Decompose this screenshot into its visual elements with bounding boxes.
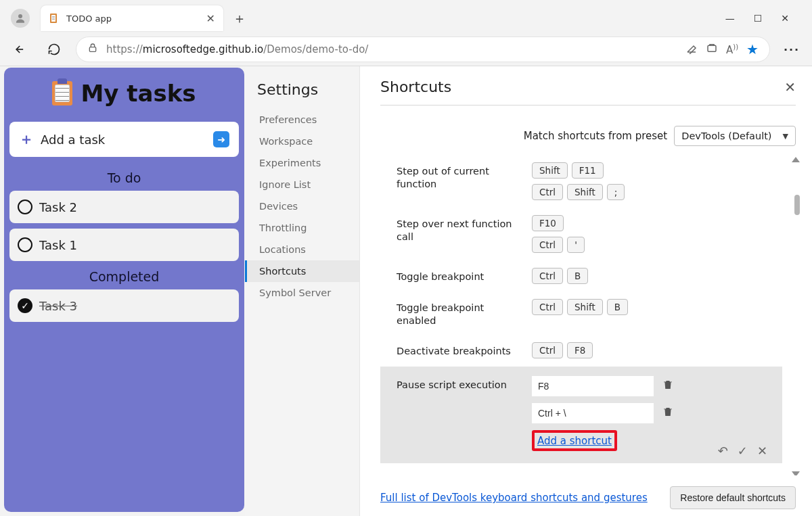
tab-close-icon[interactable]: ✕ <box>206 12 215 25</box>
settings-nav: Preferences Workspace Experiments Ignore… <box>245 109 359 304</box>
confirm-icon[interactable]: ✓ <box>738 444 748 458</box>
refresh-button[interactable] <box>42 37 66 62</box>
browser-tab[interactable]: TODO app ✕ <box>41 5 223 31</box>
todo-app-panel: My tasks ＋ Add a task ➜ To do Task 2 Tas… <box>4 68 244 512</box>
task-checkbox[interactable] <box>18 200 32 214</box>
site-security-icon[interactable] <box>87 43 98 56</box>
settings-sidebar: Settings Preferences Workspace Experimen… <box>245 66 360 516</box>
key: F8 <box>567 342 593 358</box>
task-item-completed[interactable]: Task 3 <box>9 289 239 322</box>
window-controls: — ☐ ✕ <box>725 13 807 24</box>
shortcut-row: Deactivate breakpoints CtrlF8 <box>380 335 782 367</box>
key: Ctrl <box>532 342 563 358</box>
restore-defaults-button[interactable]: Restore default shortcuts <box>670 486 796 509</box>
key: Ctrl <box>532 299 563 315</box>
browser-toolbar: https://microsoftedge.github.io/Demos/de… <box>0 32 812 66</box>
task-checkbox-checked[interactable] <box>18 298 32 313</box>
key: B <box>567 268 588 284</box>
task-item[interactable]: Task 1 <box>9 229 239 261</box>
shortcut-input[interactable] <box>532 403 654 423</box>
key: Ctrl <box>532 184 563 200</box>
back-button[interactable] <box>8 37 32 62</box>
close-window-icon[interactable]: ✕ <box>781 13 789 24</box>
key: B <box>607 299 628 315</box>
address-bar[interactable]: https://microsoftedge.github.io/Demos/de… <box>76 37 770 62</box>
browser-chrome: TODO app ✕ ＋ — ☐ ✕ https://microsoftedge… <box>0 0 812 66</box>
shortcut-label: Step over next function call <box>397 215 525 243</box>
cancel-icon[interactable]: ✕ <box>757 444 767 458</box>
key: ; <box>607 184 625 200</box>
tab-strip: TODO app ✕ ＋ — ☐ ✕ <box>0 0 812 32</box>
nav-throttling[interactable]: Throttling <box>245 217 359 239</box>
add-shortcut-link[interactable]: Add a shortcut <box>537 435 612 447</box>
task-checkbox[interactable] <box>18 237 32 252</box>
delete-shortcut-icon[interactable] <box>662 406 674 421</box>
edit-actions: ↶ ✓ ✕ <box>718 444 767 458</box>
full-list-link[interactable]: Full list of DevTools keyboard shortcuts… <box>380 492 648 504</box>
svg-rect-7 <box>708 45 716 51</box>
delete-shortcut-icon[interactable] <box>662 379 674 394</box>
key: ' <box>567 237 585 253</box>
preset-select[interactable]: DevTools (Default) ▼ <box>674 126 796 146</box>
preset-label: Match shortcuts from preset <box>524 130 668 142</box>
task-item[interactable]: Task 2 <box>9 191 239 223</box>
profile-avatar[interactable] <box>11 9 30 28</box>
shortcuts-scroll-area: Step out of current function ShiftF11 Ct… <box>380 156 803 475</box>
preset-value: DevTools (Default) <box>681 131 771 141</box>
shortcut-row: Step out of current function ShiftF11 Ct… <box>380 156 782 208</box>
task-label: Task 1 <box>39 238 77 252</box>
read-aloud-icon[interactable]: A)) <box>726 43 738 56</box>
nav-symbol-server[interactable]: Symbol Server <box>245 282 359 304</box>
shortcut-row: Step over next function call F10 Ctrl' <box>380 208 782 261</box>
plus-icon: ＋ <box>19 129 34 149</box>
key: Shift <box>567 184 603 200</box>
shortcut-input[interactable] <box>532 376 654 396</box>
svg-rect-5 <box>52 19 55 20</box>
clipboard-icon <box>52 81 72 105</box>
shortcut-row-editing: Pause script execution <box>380 367 782 463</box>
key: Shift <box>567 299 603 315</box>
add-task-input[interactable]: ＋ Add a task ➜ <box>9 122 239 157</box>
scrollbar[interactable] <box>790 157 801 475</box>
shortcut-row: Toggle breakpoint enabled CtrlShiftB <box>380 292 782 335</box>
nav-experiments[interactable]: Experiments <box>245 152 359 174</box>
minimize-icon[interactable]: — <box>725 13 735 24</box>
nav-shortcuts[interactable]: Shortcuts <box>245 260 359 282</box>
collections-icon[interactable] <box>706 42 718 57</box>
submit-arrow-icon[interactable]: ➜ <box>213 131 229 147</box>
todo-title: My tasks <box>9 80 239 107</box>
section-completed-label: Completed <box>9 269 239 284</box>
favorite-star-icon[interactable]: ★ <box>746 41 759 57</box>
close-settings-icon[interactable]: ✕ <box>784 79 796 95</box>
key: Shift <box>532 162 568 179</box>
undo-icon[interactable]: ↶ <box>718 444 728 458</box>
caret-down-icon: ▼ <box>783 132 788 141</box>
settings-heading: Settings <box>257 81 359 98</box>
maximize-icon[interactable]: ☐ <box>754 13 763 24</box>
svg-rect-4 <box>52 18 55 18</box>
shortcut-label: Toggle breakpoint <box>397 268 525 283</box>
app-heading: My tasks <box>81 80 196 107</box>
nav-locations[interactable]: Locations <box>245 239 359 260</box>
shortcut-label: Pause script execution <box>397 376 525 392</box>
nav-preferences[interactable]: Preferences <box>245 109 359 131</box>
content-area: My tasks ＋ Add a task ➜ To do Task 2 Tas… <box>0 66 812 516</box>
tab-title: TODO app <box>66 14 200 24</box>
add-shortcut-highlight: Add a shortcut <box>532 430 617 451</box>
new-tab-button[interactable]: ＋ <box>229 7 250 29</box>
shortcuts-pane: Shortcuts ✕ Match shortcuts from preset … <box>360 66 812 516</box>
task-label: Task 2 <box>39 200 77 214</box>
key: Ctrl <box>532 268 563 284</box>
nav-devices[interactable]: Devices <box>245 195 359 217</box>
url-text: https://microsoftedge.github.io/Demos/de… <box>106 43 677 55</box>
key: F11 <box>572 162 604 179</box>
section-todo-label: To do <box>9 170 239 185</box>
document-icon <box>49 13 60 24</box>
nav-workspace[interactable]: Workspace <box>245 131 359 152</box>
menu-button[interactable]: ··· <box>780 37 804 62</box>
shortcut-label: Toggle breakpoint enabled <box>397 299 525 327</box>
edit-icon[interactable] <box>685 42 698 57</box>
key: Ctrl <box>532 237 563 253</box>
nav-ignore-list[interactable]: Ignore List <box>245 174 359 195</box>
shortcuts-heading: Shortcuts <box>380 78 784 95</box>
